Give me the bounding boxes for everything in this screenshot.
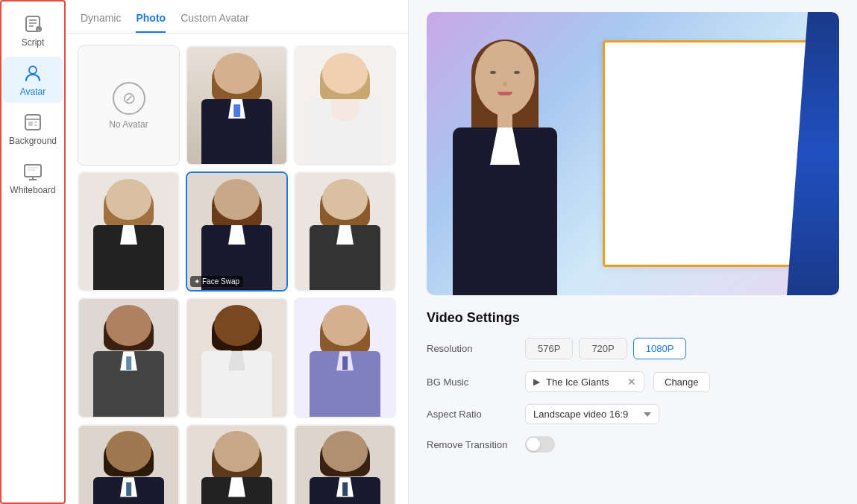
face-swap-label: Face Swap bbox=[202, 277, 239, 286]
music-remove-icon[interactable]: ✕ bbox=[627, 376, 636, 388]
sidebar-item-script[interactable]: ♪ Script bbox=[3, 7, 63, 54]
remove-transition-toggle[interactable] bbox=[525, 436, 555, 453]
music-change-button[interactable]: Change bbox=[653, 372, 710, 392]
avatar-image-2 bbox=[295, 47, 395, 164]
right-panel: Video Settings Resolution 576P 720P 1080… bbox=[409, 0, 857, 504]
svg-rect-12 bbox=[25, 165, 41, 177]
video-settings: Video Settings Resolution 576P 720P 1080… bbox=[427, 310, 839, 464]
sidebar-label-avatar: Avatar bbox=[20, 86, 45, 97]
aspectratio-label: Aspect Ratio bbox=[427, 409, 516, 420]
svg-point-6 bbox=[29, 66, 37, 74]
resolution-setting-label: Resolution bbox=[427, 343, 516, 354]
preview-slide bbox=[583, 12, 839, 295]
whiteboard-icon bbox=[22, 161, 43, 182]
avatar-image-7 bbox=[187, 299, 286, 416]
svg-rect-9 bbox=[28, 122, 33, 126]
avatar-card-2[interactable] bbox=[294, 45, 396, 166]
avatar-image-8 bbox=[295, 299, 395, 416]
sidebar-label-whiteboard: Whiteboard bbox=[10, 185, 55, 195]
tab-custom-avatar[interactable]: Custom Avatar bbox=[180, 12, 249, 33]
no-avatar-card[interactable]: ⊘ No Avatar bbox=[78, 45, 180, 166]
sidebar-label-background: Background bbox=[9, 136, 57, 146]
avatar-image-11: VIP bbox=[295, 426, 395, 504]
background-icon bbox=[22, 112, 43, 133]
avatar-card-4-selected[interactable]: ✦ Face Swap bbox=[186, 171, 288, 292]
settings-aspectratio-row: Aspect Ratio Landscape video 16:9 Portra… bbox=[427, 404, 839, 424]
sidebar-label-script: Script bbox=[22, 37, 45, 48]
avatar-image-3 bbox=[79, 173, 178, 290]
resolution-buttons: 576P 720P 1080P bbox=[525, 338, 686, 359]
preview-avatar-figure bbox=[427, 12, 583, 295]
script-icon: ♪ bbox=[22, 13, 43, 34]
tab-photo[interactable]: Photo bbox=[136, 12, 166, 33]
no-avatar-icon: ⊘ bbox=[113, 82, 145, 115]
avatar-image-10 bbox=[187, 426, 286, 504]
slide-box bbox=[603, 40, 820, 267]
settings-transition-row: Remove Transition bbox=[427, 436, 839, 453]
avatar-card-1[interactable] bbox=[186, 45, 288, 166]
face-swap-icon: ✦ bbox=[194, 277, 200, 286]
avatar-card-11[interactable]: VIP bbox=[294, 424, 396, 504]
tab-bar: Dynamic Photo Custom Avatar bbox=[66, 0, 408, 34]
slide-content bbox=[605, 42, 818, 265]
avatar-card-7[interactable] bbox=[186, 297, 288, 418]
sidebar: ♪ Script Avatar Background Whiteboard bbox=[0, 0, 66, 504]
svg-rect-10 bbox=[34, 122, 37, 123]
sidebar-item-background[interactable]: Background bbox=[3, 106, 63, 152]
avatar-image-9 bbox=[79, 426, 178, 504]
avatar-card-6[interactable] bbox=[78, 297, 180, 418]
aspect-ratio-select[interactable]: Landscape video 16:9 Portrait video 9:16… bbox=[525, 404, 659, 424]
avatar-card-9[interactable] bbox=[78, 424, 180, 504]
avatar-card-10[interactable] bbox=[186, 424, 288, 504]
bgmusic-label: BG Music bbox=[427, 377, 516, 388]
face-swap-badge: ✦ Face Swap bbox=[190, 276, 243, 287]
resolution-720p[interactable]: 720P bbox=[579, 338, 627, 359]
settings-resolution-row: Resolution 576P 720P 1080P bbox=[427, 338, 839, 359]
svg-rect-11 bbox=[34, 125, 37, 126]
avatar-image-4 bbox=[187, 173, 286, 290]
toggle-knob bbox=[527, 438, 540, 451]
play-icon[interactable]: ▶ bbox=[533, 377, 540, 387]
resolution-1080p[interactable]: 1080P bbox=[633, 338, 687, 359]
avatar-image-6 bbox=[79, 299, 178, 416]
avatar-card-8[interactable] bbox=[294, 297, 396, 418]
svg-text:♪: ♪ bbox=[37, 28, 40, 32]
avatar-icon bbox=[22, 63, 43, 84]
avatar-image-1 bbox=[187, 47, 286, 164]
music-track-name: The Ice Giants bbox=[546, 377, 621, 388]
main-content: Dynamic Photo Custom Avatar ⊘ No Avatar bbox=[66, 0, 857, 504]
avatar-card-5[interactable] bbox=[294, 171, 396, 292]
avatar-grid: ⊘ No Avatar bbox=[66, 34, 408, 504]
sidebar-item-whiteboard[interactable]: Whiteboard bbox=[3, 155, 63, 201]
settings-bgmusic-row: BG Music ▶ The Ice Giants ✕ Change bbox=[427, 371, 839, 392]
resolution-576p[interactable]: 576P bbox=[525, 338, 573, 359]
avatar-body-container bbox=[430, 26, 580, 295]
preview-area bbox=[427, 12, 839, 295]
video-settings-title: Video Settings bbox=[427, 310, 839, 326]
sidebar-item-avatar[interactable]: Avatar bbox=[3, 57, 63, 103]
avatar-panel: Dynamic Photo Custom Avatar ⊘ No Avatar bbox=[66, 0, 409, 504]
tab-dynamic[interactable]: Dynamic bbox=[81, 12, 121, 33]
transition-label: Remove Transition bbox=[427, 439, 516, 450]
avatar-image-5 bbox=[295, 173, 395, 290]
music-control[interactable]: ▶ The Ice Giants ✕ bbox=[525, 371, 644, 392]
no-avatar-label: No Avatar bbox=[109, 119, 148, 130]
avatar-card-3[interactable] bbox=[78, 171, 180, 292]
